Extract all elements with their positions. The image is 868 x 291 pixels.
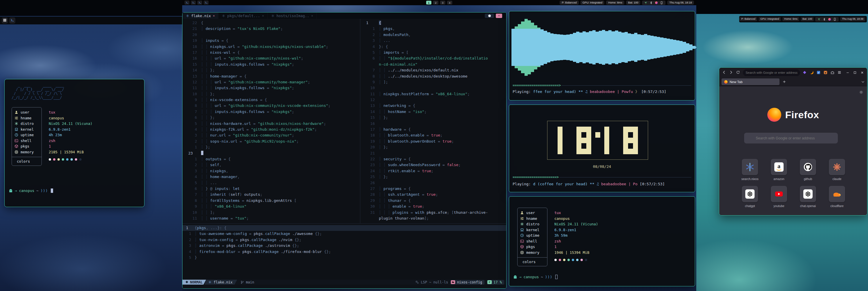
code-line: 1{pkgs, ...}: {: [183, 225, 506, 231]
nix-file-icon: [271, 14, 274, 18]
bluetooth-icon[interactable]: [650, 1, 653, 4]
shortcut-tile-amazon[interactable]: aamazon: [765, 159, 794, 181]
terminal-app-button[interactable]: [9, 18, 16, 24]
shortcut-tiles: search.nixosaamazongithubclaudechatgptyo…: [736, 159, 851, 208]
distro-icon: [14, 122, 18, 125]
bar-clock[interactable]: Thu Aug 08, 18:39: [840, 17, 865, 21]
code-line: plugin thunar-volman];: [360, 215, 506, 221]
fetch-row-memory: memory: [14, 149, 41, 155]
tab-list-chevron[interactable]: [861, 80, 865, 84]
nix-file-icon: [222, 14, 225, 18]
shortcut-tile-chatgpt[interactable]: chatgpt: [736, 186, 765, 208]
workspace-button-4[interactable]: 4: [447, 1, 452, 5]
folder-icon: [451, 280, 455, 284]
extensions-puzzle-icon[interactable]: [830, 70, 835, 75]
maximize-button[interactable]: [853, 71, 857, 75]
fetch-value-shell: zsh: [554, 238, 598, 244]
main-monitor-wallpaper: 1234 P: BalancedGPU: IntegratedHome: 8ms…: [182, 0, 696, 291]
back-button[interactable]: [722, 70, 727, 75]
digital-clock: [547, 121, 648, 160]
apps-grid-button[interactable]: [2, 18, 8, 24]
bar-module[interactable]: P: Balanced: [560, 1, 579, 5]
code-line: 12│ │ │ url = "github:nix-community/home…: [183, 79, 360, 85]
firefox-tray-icon[interactable]: [828, 18, 831, 21]
extension-icon-tampermonkey[interactable]: [823, 70, 828, 75]
code-line: 23│ │ sudo.wheelNeedsPassword = false;: [360, 162, 506, 168]
newtab-search-input[interactable]: [744, 133, 838, 143]
new-tab-button[interactable]: [782, 80, 786, 84]
code-line: 2│ │ sops-nix.url = "github:Mic92/sops-n…: [183, 139, 360, 144]
shortcut-label: youtube: [773, 204, 784, 208]
tab-new-tab[interactable]: New Tab: [721, 79, 779, 85]
fetch-info: userhnamedistrokerneluptimeshellpkgsmemo…: [11, 107, 144, 166]
bar-module[interactable]: Bat: 100: [801, 17, 814, 21]
minimize-button[interactable]: [846, 71, 850, 75]
tab-close-icon[interactable]: ×: [213, 14, 215, 18]
clock-digit-8: [623, 127, 638, 154]
code-pane-flake[interactable]: 22{21│ description = "tux's NixOS Flake"…: [183, 19, 360, 223]
bar-module[interactable]: Home: 6ms: [782, 17, 799, 21]
workspace-button-3[interactable]: 3: [440, 1, 445, 5]
bar-module[interactable]: GPU: Integrated: [581, 1, 604, 5]
tab-close-icon[interactable]: ×: [262, 14, 264, 18]
bluetooth-icon[interactable]: [823, 18, 826, 21]
bar-clock[interactable]: Thu Aug 08, 18:18: [667, 1, 694, 5]
buffer-toggle-button[interactable]: [485, 13, 494, 18]
shortcut-tile-cloudflare[interactable]: cloudflare: [823, 186, 851, 208]
buffer-tab-pkgs-default-[interactable]: pkgs/default...×: [218, 12, 268, 19]
shortcut-tile-search-nixos[interactable]: search.nixos: [736, 159, 765, 181]
close-button[interactable]: [861, 71, 864, 75]
bar-module[interactable]: P: Balanced: [740, 17, 757, 21]
bar-app-icon[interactable]: [185, 1, 189, 5]
prompt-host: canopus: [524, 275, 539, 279]
fetch-value-kernel: 6.9.8-zen1: [49, 127, 93, 133]
menu-icon[interactable]: [837, 70, 842, 75]
shortcut-tile-youtube[interactable]: youtube: [765, 186, 794, 208]
phone-icon[interactable]: [833, 18, 836, 21]
bufferline: flake.nix×pkgs/default...×hosts/isoImag.…: [183, 12, 506, 19]
firefox-tray-icon[interactable]: [655, 1, 658, 4]
shell-prompt[interactable]: → canopus ~ ))): [513, 275, 558, 279]
bar-module[interactable]: Bat: 100: [626, 1, 640, 5]
buffer-tab-hosts-isoImag-[interactable]: hosts/isoImag..×: [268, 12, 317, 19]
shortcut-tile-github[interactable]: github: [794, 159, 823, 181]
bar-app-icon[interactable]: [197, 1, 202, 5]
network-icon[interactable]: [644, 1, 648, 4]
code-line: 19│ inputs = {: [183, 38, 360, 43]
prompt-arrow: →: [519, 275, 522, 279]
extension-icon-blue[interactable]: [816, 70, 821, 75]
reload-button[interactable]: [736, 70, 741, 75]
shortcut-tile-chat-openai[interactable]: chat.openai: [794, 186, 823, 208]
bar-app-icon[interactable]: [204, 1, 209, 5]
forward-button[interactable]: [729, 70, 734, 75]
fetch-row-kernel: kernel: [520, 227, 547, 233]
code-line: 4│ │ home-manager,: [183, 174, 360, 180]
tab-close-icon[interactable]: ×: [311, 14, 313, 18]
buffer-close-button[interactable]: [496, 13, 502, 18]
buffer-tab-flake-nix[interactable]: flake.nix×: [183, 12, 218, 19]
bar-module[interactable]: Home: 8ms: [606, 1, 624, 5]
shell-prompt[interactable]: → canopus ~ ))): [9, 188, 53, 193]
bar-module[interactable]: GPU: Integrated: [758, 17, 781, 21]
fetch-row-kernel: kernel: [14, 127, 41, 133]
workspace-button-2[interactable]: 2: [433, 1, 438, 5]
workspace-button-1[interactable]: 1: [426, 1, 431, 5]
network-icon[interactable]: [817, 18, 821, 21]
code-line: 15│ };: [360, 115, 506, 120]
extension-icon-purple-diamond[interactable]: [802, 70, 807, 75]
code-pane-pkgs[interactable]: 1{pkgs, ...}: {1│ tux-awesome-wm-config …: [183, 224, 506, 280]
bar-app-icon[interactable]: [191, 1, 196, 5]
url-bar[interactable]: [743, 69, 800, 76]
code-pane-isoimage[interactable]: 1{1│ pkgs,2│ modulesPath,3│ ...4}: {5│ i…: [360, 19, 506, 223]
fetch-row-distro: distro: [520, 221, 547, 227]
project-chip[interactable]: nixos-config: [451, 280, 485, 285]
branch-icon: [241, 281, 244, 284]
code-line: 1{: [360, 20, 506, 26]
extension-icon-orange-swoosh[interactable]: [809, 70, 814, 75]
phone-icon[interactable]: [660, 1, 663, 4]
code-line: 17│ │ nixos-wsl = {: [183, 50, 360, 56]
shortcut-tile-claude[interactable]: claude: [823, 159, 851, 181]
lines-icon: [487, 280, 492, 284]
fetch-value-user: tux: [554, 210, 598, 216]
newtab-settings-gear-icon[interactable]: [859, 90, 863, 94]
